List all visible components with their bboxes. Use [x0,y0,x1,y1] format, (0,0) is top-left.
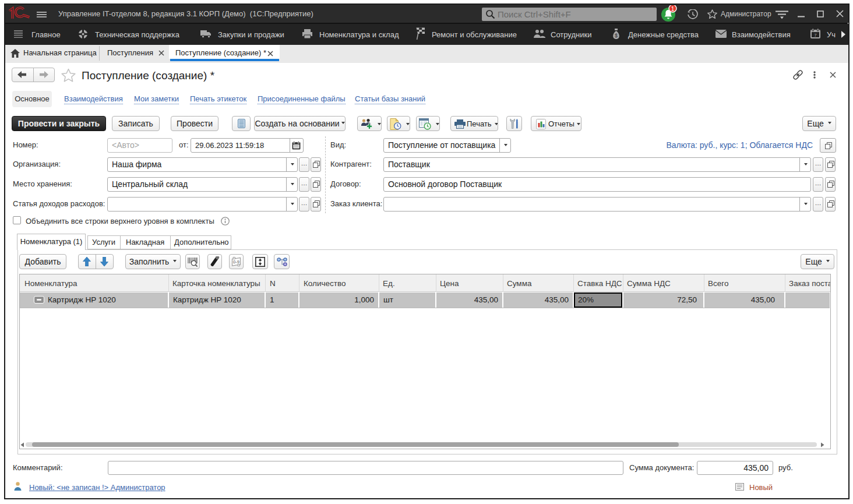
svg-text:1: 1 [671,6,675,12]
svg-text:7: 7 [814,33,817,38]
svg-text:$: $ [615,33,618,38]
svg-text:0-9: 0-9 [233,259,239,265]
